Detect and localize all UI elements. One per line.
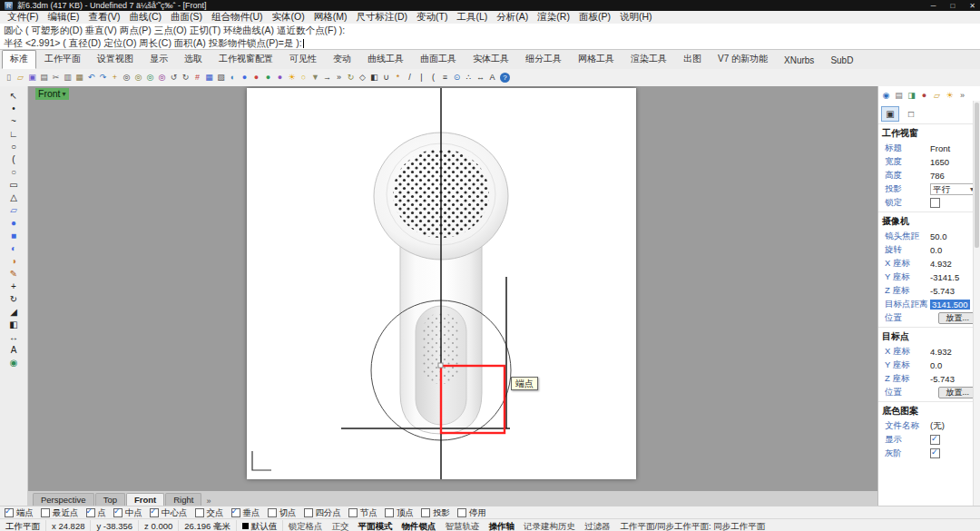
osnap-toggle[interactable]: 中心点 xyxy=(150,507,188,519)
status-toggle[interactable]: 正交 xyxy=(327,520,353,531)
scale-tool-icon[interactable]: ◢ xyxy=(3,306,24,319)
status-toggle[interactable]: 智慧轨迹 xyxy=(440,520,484,531)
property-value[interactable]: 1650 xyxy=(930,157,976,167)
toolbar-tab[interactable]: 出图 xyxy=(675,50,710,69)
point-tool-icon[interactable]: • xyxy=(3,103,24,115)
named-views-icon[interactable]: ▧ xyxy=(215,71,227,84)
osnap-toggle[interactable]: 端点 xyxy=(5,507,34,519)
print-icon[interactable]: ▤ xyxy=(38,71,50,84)
maximize-button-icon[interactable]: □ xyxy=(950,2,955,10)
osnap-toggle[interactable]: 切点 xyxy=(268,507,297,519)
text-tool-icon[interactable]: A xyxy=(3,344,24,357)
undo-view-icon[interactable]: ↺ xyxy=(168,71,180,84)
sphere-tool-icon[interactable]: ● xyxy=(3,217,24,230)
toolbar-tab[interactable]: XNurbs xyxy=(776,53,822,69)
polyline-tool-icon[interactable]: ∟ xyxy=(3,128,24,141)
mirror-icon[interactable]: ◧ xyxy=(368,71,380,84)
redo-view-icon[interactable]: ↻ xyxy=(180,71,191,84)
menu-item[interactable]: 查看(V) xyxy=(83,11,124,24)
zoom-extents-icon[interactable]: ◎ xyxy=(144,71,156,84)
osnap-toggle[interactable]: 点 xyxy=(86,507,107,519)
osnap-checkbox[interactable] xyxy=(268,508,277,517)
materials-panel-icon[interactable]: ● xyxy=(919,91,929,101)
osnap-checkbox[interactable] xyxy=(457,508,466,517)
circle-tool-icon[interactable]: ○ xyxy=(3,141,24,153)
dimension-tool-icon[interactable]: ↔ xyxy=(3,331,24,344)
property-value[interactable]: 3141.500 xyxy=(930,300,970,310)
curve-tool-icon[interactable]: ~ xyxy=(3,115,24,128)
property-checkbox[interactable] xyxy=(930,435,940,445)
menu-item[interactable]: 网格(M) xyxy=(309,11,352,24)
panel-scrollbar-thumb[interactable] xyxy=(975,103,979,248)
properties-panel-icon[interactable]: ◉ xyxy=(881,91,891,101)
libraries-panel-icon[interactable]: ▱ xyxy=(932,91,942,101)
select-arrow-icon[interactable]: ↖ xyxy=(3,90,24,103)
property-value[interactable]: -5.743 xyxy=(930,374,976,384)
help-icon[interactable]: ? xyxy=(500,73,510,83)
move-tool-icon[interactable]: + xyxy=(3,280,24,293)
osnap-checkbox[interactable] xyxy=(113,508,122,517)
copy-object-icon[interactable]: » xyxy=(333,71,345,84)
menu-item[interactable]: 编辑(E) xyxy=(43,11,83,24)
viewport-tabs-overflow-icon[interactable]: » xyxy=(202,497,214,506)
panel-scrollbar[interactable] xyxy=(973,101,980,506)
rendered-sphere-icon[interactable]: ● xyxy=(250,71,262,84)
property-value[interactable]: (无) xyxy=(930,420,976,432)
property-value[interactable]: 4.932 xyxy=(930,347,976,357)
new-file-icon[interactable]: ▯ xyxy=(3,71,15,84)
osnap-toggle[interactable]: 投影 xyxy=(421,507,450,519)
zoom-window-icon[interactable]: ◎ xyxy=(132,71,144,84)
redo-icon[interactable]: ↷ xyxy=(97,71,109,84)
toolbar-tab[interactable]: 可见性 xyxy=(281,50,325,69)
osnap-toggle[interactable]: 中点 xyxy=(113,507,142,519)
environment-sphere-icon[interactable]: ● xyxy=(274,71,286,84)
arc-tool-icon[interactable]: ( xyxy=(3,153,24,166)
boolean-tool-icon[interactable]: ◐ xyxy=(3,242,24,255)
sun-panel-icon[interactable]: ☀ xyxy=(945,91,955,101)
toolbar-tab[interactable]: 变动 xyxy=(325,50,359,69)
menu-item[interactable]: 变动(T) xyxy=(412,11,452,24)
viewport-tab[interactable]: Top xyxy=(95,493,125,506)
offset-icon[interactable]: ≡ xyxy=(439,71,451,84)
mirror-tool-icon[interactable]: ◧ xyxy=(3,319,24,331)
osnap-checkbox[interactable] xyxy=(5,508,14,517)
osnap-checkbox[interactable] xyxy=(348,508,358,517)
property-value[interactable]: 50.0 xyxy=(930,231,976,241)
toolbar-tab[interactable]: 细分工具 xyxy=(517,50,570,69)
toolbar-tab[interactable]: 渲染工具 xyxy=(622,50,675,69)
text-icon[interactable]: A xyxy=(486,71,498,84)
four-viewports-icon[interactable]: ▦ xyxy=(203,71,215,84)
property-value[interactable]: 4.932 xyxy=(930,259,976,269)
layer-indicator[interactable]: 默认值 xyxy=(237,520,284,531)
property-value[interactable]: 放置... xyxy=(938,312,976,324)
rotate-icon[interactable]: ↻ xyxy=(345,71,357,84)
status-toggle[interactable]: 平面模式 xyxy=(353,520,397,531)
fillet-icon[interactable]: ( xyxy=(427,71,439,84)
status-toggle[interactable]: 操作轴 xyxy=(484,520,519,531)
surface-tool-icon[interactable]: ▱ xyxy=(3,204,24,217)
material-sphere-icon[interactable]: ● xyxy=(262,71,274,84)
move-icon[interactable]: → xyxy=(321,71,333,84)
osnap-toggle[interactable]: 节点 xyxy=(348,507,377,519)
osnap-checkbox[interactable] xyxy=(304,508,313,517)
explode-icon[interactable]: * xyxy=(392,71,404,84)
menu-item[interactable]: 曲面(S) xyxy=(166,11,207,24)
toolbar-tab[interactable]: 网格工具 xyxy=(570,50,622,69)
osnap-checkbox[interactable] xyxy=(195,508,204,517)
toolbar-tab[interactable]: 曲面工具 xyxy=(412,50,465,69)
display-mode-icon[interactable]: ◐ xyxy=(227,71,239,84)
osnap-toggle[interactable]: 停用 xyxy=(457,507,486,519)
viewport-title-menu-icon[interactable]: ▾ xyxy=(63,88,66,100)
property-value[interactable]: Front xyxy=(930,143,976,153)
osnap-checkbox[interactable] xyxy=(231,508,240,517)
cut-icon[interactable]: ✂ xyxy=(50,71,62,84)
viewport-tab[interactable]: Right xyxy=(165,493,201,506)
polygon-tool-icon[interactable]: △ xyxy=(3,192,24,204)
menu-item[interactable]: 工具(L) xyxy=(453,11,493,24)
command-area[interactable]: 圆心 ( 可塑形的(D) 垂直(V) 两点(P) 三点(O) 正切(T) 环绕曲… xyxy=(0,24,980,50)
layers-panel-icon[interactable]: ▤ xyxy=(894,91,904,101)
status-toggle[interactable]: 物件锁点 xyxy=(397,520,440,531)
toolbar-tab[interactable]: 选取 xyxy=(176,50,211,69)
menu-item[interactable]: 实体(O) xyxy=(268,11,309,24)
box-tool-icon[interactable]: ■ xyxy=(3,230,24,242)
